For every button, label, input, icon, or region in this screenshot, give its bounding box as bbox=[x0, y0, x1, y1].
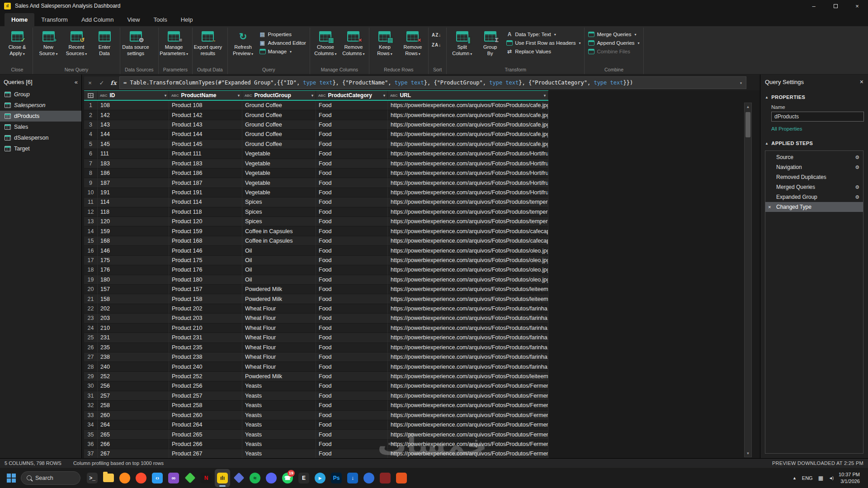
table-cell[interactable]: Product 235 bbox=[169, 343, 242, 352]
column-header-productname[interactable]: ABCProductName▾ bbox=[169, 91, 242, 100]
table-cell[interactable]: Product 145 bbox=[169, 140, 242, 149]
table-cell[interactable]: Food bbox=[316, 411, 388, 420]
table-cell[interactable]: https://powerbiexperience.com/arquivos/F… bbox=[388, 420, 548, 430]
vscode-icon[interactable]: ‹› bbox=[150, 469, 165, 487]
table-cell[interactable]: Food bbox=[316, 314, 388, 323]
table-cell[interactable]: 203 bbox=[98, 314, 169, 323]
applied-step-merged-queries[interactable]: Merged Queries⚙ bbox=[765, 182, 863, 192]
row-number[interactable]: 12 bbox=[84, 207, 98, 217]
table-cell[interactable]: https://powerbiexperience.com/arquivos/F… bbox=[388, 120, 548, 130]
table-cell[interactable]: https://powerbiexperience.com/arquivos/F… bbox=[388, 265, 548, 275]
table-cell[interactable]: Food bbox=[316, 256, 388, 265]
table-cell[interactable]: Food bbox=[316, 159, 388, 169]
row-number[interactable]: 9 bbox=[84, 178, 98, 188]
column-header-productcategory[interactable]: ABCProductCategory▾ bbox=[316, 91, 388, 100]
table-cell[interactable]: Food bbox=[316, 352, 388, 362]
table-cell[interactable]: Food bbox=[316, 217, 388, 226]
table-cell[interactable]: 157 bbox=[98, 285, 169, 294]
table-cell[interactable]: Product 191 bbox=[169, 188, 242, 197]
table-cell[interactable]: https://powerbiexperience.com/arquivos/F… bbox=[388, 449, 548, 458]
column-header-url[interactable]: ABCURL▾ bbox=[388, 91, 548, 100]
table-cell[interactable]: https://powerbiexperience.com/arquivos/F… bbox=[388, 343, 548, 352]
table-cell[interactable]: Food bbox=[316, 101, 388, 110]
table-cell[interactable]: Product 260 bbox=[169, 411, 242, 420]
formula-expand-icon[interactable]: ▾ bbox=[736, 80, 742, 85]
ribbon-button-group-by[interactable]: ΣGroupBy bbox=[476, 28, 504, 58]
table-cell[interactable]: Yeasts bbox=[242, 440, 316, 449]
table-cell[interactable]: Food bbox=[316, 226, 388, 236]
table-cell[interactable]: 159 bbox=[98, 226, 169, 236]
row-number[interactable]: 7 bbox=[84, 159, 98, 169]
table-cell[interactable]: https://powerbiexperience.com/arquivos/F… bbox=[388, 411, 548, 420]
filter-caret-icon[interactable]: ▾ bbox=[310, 94, 313, 98]
table-cell[interactable]: Oil bbox=[242, 246, 316, 255]
row-number[interactable]: 10 bbox=[84, 188, 98, 197]
table-cell[interactable]: https://powerbiexperience.com/arquivos/F… bbox=[388, 314, 548, 323]
table-cell[interactable]: Ground Coffee bbox=[242, 130, 316, 139]
table-cell[interactable]: 168 bbox=[98, 236, 169, 246]
table-cell[interactable]: Spices bbox=[242, 217, 316, 226]
table-cell[interactable]: 120 bbox=[98, 217, 169, 226]
ribbon-button-close-apply[interactable]: ✓Close &Apply▾ bbox=[4, 28, 31, 58]
ribbon-button-enter-data[interactable]: EnterData bbox=[91, 28, 118, 58]
table-cell[interactable]: Product 183 bbox=[169, 159, 242, 169]
row-number[interactable]: 34 bbox=[84, 420, 98, 430]
table-cell[interactable]: 252 bbox=[98, 372, 169, 381]
spotify-icon[interactable]: ≈ bbox=[247, 469, 263, 487]
row-number[interactable]: 20 bbox=[84, 285, 98, 294]
ribbon-button-split-column[interactable]: ∥SplitColumn▾ bbox=[448, 28, 476, 58]
terminal-icon[interactable]: >_ bbox=[85, 469, 100, 487]
row-number[interactable]: 30 bbox=[84, 381, 98, 391]
table-cell[interactable]: 258 bbox=[98, 401, 169, 410]
row-number[interactable]: 15 bbox=[84, 236, 98, 246]
table-cell[interactable]: Food bbox=[316, 246, 388, 255]
table-cell[interactable]: Vegetable bbox=[242, 159, 316, 169]
table-cell[interactable]: Product 210 bbox=[169, 324, 242, 333]
table-cell[interactable]: Product 252 bbox=[169, 372, 242, 381]
step-settings-gear-icon[interactable]: ⚙ bbox=[855, 184, 859, 190]
taskbar-search[interactable]: Search bbox=[21, 471, 80, 485]
table-cell[interactable]: 144 bbox=[98, 130, 169, 139]
blue-app-icon[interactable] bbox=[361, 469, 377, 487]
table-cell[interactable]: Yeasts bbox=[242, 411, 316, 420]
applied-step-removed-duplicates[interactable]: Removed Duplicates bbox=[765, 172, 863, 182]
tray-overflow-icon[interactable]: ▲ bbox=[793, 476, 797, 480]
table-cell[interactable]: Product 187 bbox=[169, 178, 242, 188]
row-number[interactable]: 5 bbox=[84, 140, 98, 149]
query-name-input[interactable] bbox=[771, 112, 864, 122]
query-item-dproducts[interactable]: dProducts bbox=[0, 111, 81, 122]
row-number[interactable]: 32 bbox=[84, 401, 98, 410]
table-cell[interactable]: Food bbox=[316, 372, 388, 381]
table-cell[interactable]: https://powerbiexperience.com/arquivos/F… bbox=[388, 430, 548, 439]
table-cell[interactable]: Product 159 bbox=[169, 226, 242, 236]
table-cell[interactable]: Spices bbox=[242, 207, 316, 217]
table-cell[interactable]: 183 bbox=[98, 159, 169, 169]
blue-diamond-app-icon[interactable] bbox=[231, 469, 246, 487]
table-cell[interactable]: Food bbox=[316, 140, 388, 149]
table-cell[interactable]: Wheat Flour bbox=[242, 352, 316, 362]
formula-check-icon[interactable]: ✓ bbox=[96, 80, 108, 86]
table-cell[interactable]: Powdered Milk bbox=[242, 372, 316, 381]
table-cell[interactable]: 118 bbox=[98, 207, 169, 217]
tab-help[interactable]: Help bbox=[174, 13, 200, 26]
table-cell[interactable]: 146 bbox=[98, 246, 169, 255]
minimize-button[interactable]: – bbox=[803, 0, 825, 12]
table-cell[interactable]: Product 108 bbox=[169, 101, 242, 110]
query-item-sales[interactable]: Sales bbox=[0, 122, 81, 132]
row-number[interactable]: 24 bbox=[84, 324, 98, 333]
table-cell[interactable]: https://powerbiexperience.com/arquivos/F… bbox=[388, 169, 548, 178]
table-cell[interactable]: Product 264 bbox=[169, 420, 242, 430]
table-cell[interactable]: Yeasts bbox=[242, 391, 316, 401]
table-cell[interactable]: Food bbox=[316, 324, 388, 333]
table-cell[interactable]: 175 bbox=[98, 256, 169, 265]
table-cell[interactable]: Wheat Flour bbox=[242, 314, 316, 323]
table-cell[interactable]: https://powerbiexperience.com/arquivos/F… bbox=[388, 285, 548, 294]
row-number[interactable]: 8 bbox=[84, 169, 98, 178]
row-number[interactable]: 37 bbox=[84, 449, 98, 458]
row-number[interactable]: 1 bbox=[84, 101, 98, 110]
row-number[interactable]: 25 bbox=[84, 333, 98, 343]
table-cell[interactable]: https://powerbiexperience.com/arquivos/F… bbox=[388, 362, 548, 371]
table-cell[interactable]: Food bbox=[316, 130, 388, 139]
table-cell[interactable]: Food bbox=[316, 449, 388, 458]
table-cell[interactable]: Ground Coffee bbox=[242, 110, 316, 120]
